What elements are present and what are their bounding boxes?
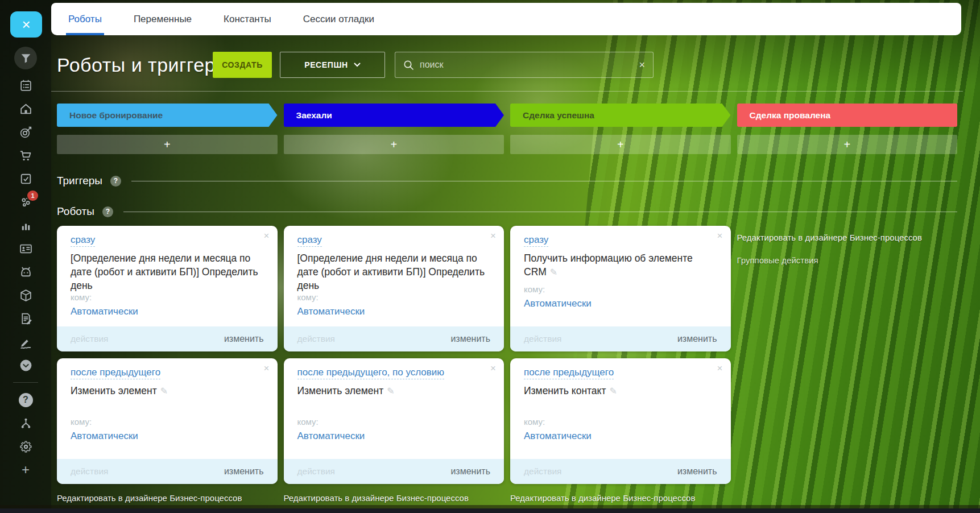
cart-icon[interactable] — [14, 148, 37, 163]
plus-icon[interactable]: + — [14, 462, 37, 477]
assignee-link[interactable]: Автоматически — [524, 298, 592, 309]
delete-robot-icon[interactable]: × — [264, 231, 270, 241]
robot-card: × после предыдущего Изменить элемент✎ ко… — [57, 358, 278, 484]
delete-robot-icon[interactable]: × — [490, 231, 496, 241]
cube-icon[interactable] — [14, 288, 37, 303]
robot-card: × сразу Получить информацию об элементе … — [510, 226, 731, 351]
robots-help-icon[interactable]: ? — [102, 206, 113, 217]
section-line — [123, 212, 957, 212]
robot-title: Изменить контакт — [524, 385, 606, 396]
molecule-icon[interactable]: 1 — [14, 195, 37, 209]
gear-icon[interactable] — [14, 439, 37, 454]
add-robot-button[interactable]: + — [284, 135, 505, 154]
tab-robots[interactable]: Роботы — [68, 3, 102, 35]
clear-search-icon[interactable]: × — [639, 60, 645, 70]
stage-new-booking[interactable]: Новое бронирование — [57, 104, 278, 127]
clipboard-icon[interactable] — [14, 78, 37, 93]
edit-link[interactable]: изменить — [224, 334, 264, 344]
open-bp-designer-link[interactable]: Редактировать в дизайнере Бизнес-процесс… — [510, 493, 731, 503]
stage-deal-won[interactable]: Сделка успешна — [510, 104, 731, 127]
edit-pencil-icon[interactable]: ✎ — [550, 267, 557, 277]
add-robot-button[interactable]: + — [737, 135, 958, 154]
create-button[interactable]: СОЗДАТЬ — [213, 52, 272, 78]
robot-icon[interactable] — [14, 264, 37, 279]
document-edit-icon[interactable] — [14, 311, 37, 326]
card-footer: действия изменить — [57, 326, 278, 351]
actions-link[interactable]: действия — [71, 334, 108, 344]
open-bp-designer-link[interactable]: Редактировать в дизайнере Бизнес-процесс… — [737, 233, 958, 242]
delete-robot-icon[interactable]: × — [264, 363, 270, 373]
signature-icon[interactable] — [14, 334, 37, 349]
to-label: кому: — [297, 417, 491, 427]
group-actions-link[interactable]: Групповые действия — [737, 255, 958, 265]
search-icon — [403, 60, 414, 71]
top-tab-bar: Роботы Переменные Константы Сессии отлад… — [51, 3, 961, 35]
edit-pencil-icon[interactable]: ✎ — [609, 386, 617, 396]
edit-link[interactable]: изменить — [450, 334, 490, 344]
open-bp-designer-link[interactable]: Редактировать в дизайнере Бизнес-процесс… — [284, 493, 505, 503]
card-footer: действия изменить — [284, 459, 505, 484]
stage-deal-lost[interactable]: Сделка провалена — [737, 104, 958, 127]
card-footer: действия изменить — [510, 326, 731, 351]
edit-link[interactable]: изменить — [677, 334, 717, 344]
delete-robot-icon[interactable]: × — [490, 363, 496, 373]
actions-link[interactable]: действия — [71, 466, 108, 477]
assignee-link[interactable]: Автоматически — [71, 431, 138, 442]
card-footer: действия изменить — [284, 326, 505, 351]
robot-cards-row-2: × после предыдущего Изменить элемент✎ ко… — [51, 358, 957, 484]
robot-timing-link[interactable]: после предыдущего, по условию — [297, 367, 445, 379]
assignee-link[interactable]: Автоматически — [524, 431, 592, 442]
actions-link[interactable]: действия — [297, 334, 335, 344]
robot-timing-link[interactable]: после предыдущего — [71, 367, 160, 379]
edit-pencil-icon[interactable]: ✎ — [160, 386, 168, 396]
delete-robot-icon[interactable]: × — [717, 231, 723, 241]
actions-link[interactable]: действия — [297, 466, 335, 477]
robot-title: Получить информацию об элементе CRM — [524, 253, 693, 278]
search-input[interactable] — [420, 60, 633, 70]
edit-link[interactable]: изменить — [677, 466, 717, 477]
bottom-bar — [0, 508, 980, 513]
empty-cell — [737, 358, 958, 484]
help-icon[interactable]: ? — [14, 392, 37, 407]
delete-robot-icon[interactable]: × — [717, 363, 723, 373]
chart-icon[interactable] — [14, 218, 37, 233]
section-line — [131, 181, 957, 181]
robot-timing-link[interactable]: после предыдущего — [524, 367, 614, 379]
chevron-down-circle-icon[interactable] — [14, 358, 37, 373]
robot-timing-link[interactable]: сразу — [297, 234, 322, 247]
tab-debug-sessions[interactable]: Сессии отладки — [303, 3, 374, 35]
tab-constants[interactable]: Константы — [224, 3, 271, 35]
sidebar-icon-menu: 1 — [0, 47, 51, 477]
home-icon[interactable] — [14, 101, 37, 116]
card-footer: действия изменить — [57, 459, 278, 484]
edit-pencil-icon[interactable]: ✎ — [387, 386, 394, 396]
edit-link[interactable]: изменить — [450, 466, 490, 477]
assignee-link[interactable]: Автоматически — [297, 431, 365, 442]
add-robot-button[interactable]: + — [510, 135, 731, 154]
robot-card: × после предыдущего, по условию Изменить… — [284, 358, 505, 484]
add-robot-button[interactable]: + — [57, 135, 278, 154]
close-panel-button[interactable]: × — [10, 11, 42, 38]
notification-badge: 1 — [27, 191, 38, 201]
hierarchy-icon[interactable] — [14, 416, 37, 431]
assignee-link[interactable]: Автоматически — [297, 306, 365, 317]
stage-arrived[interactable]: Заехали — [284, 104, 505, 127]
robot-timing-link[interactable]: сразу — [524, 234, 548, 247]
side-links: Редактировать в дизайнере Бизнес-процесс… — [737, 226, 958, 351]
actions-link[interactable]: действия — [524, 334, 561, 344]
checkbox-icon[interactable] — [14, 171, 37, 186]
tab-variables[interactable]: Переменные — [134, 3, 192, 35]
target-icon[interactable] — [14, 125, 37, 139]
funnel-icon[interactable] — [14, 47, 37, 69]
id-card-icon[interactable] — [14, 241, 37, 256]
robot-card: × сразу [Определение дня недели и месяца… — [284, 226, 505, 351]
funnel-select-button[interactable]: РЕСЕПШН — [280, 52, 385, 78]
robot-title: [Определение дня недели и месяца по дате… — [71, 253, 258, 291]
assignee-link[interactable]: Автоматически — [71, 306, 138, 317]
actions-link[interactable]: действия — [524, 466, 561, 477]
robot-timing-link[interactable]: сразу — [71, 234, 95, 247]
triggers-help-icon[interactable]: ? — [110, 176, 121, 187]
search-box: × — [395, 52, 654, 78]
edit-link[interactable]: изменить — [224, 466, 264, 477]
open-bp-designer-link[interactable]: Редактировать в дизайнере Бизнес-процесс… — [57, 493, 278, 503]
